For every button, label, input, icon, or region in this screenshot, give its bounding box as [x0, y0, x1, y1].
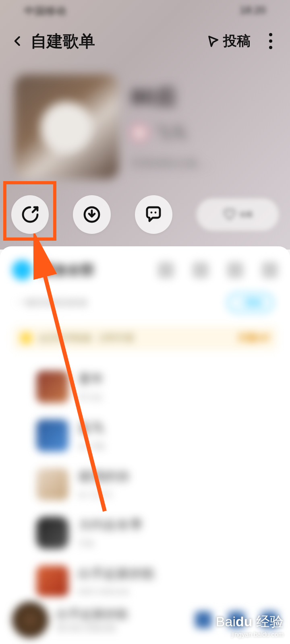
dot-icon [269, 33, 272, 36]
dot-icon [269, 39, 272, 43]
sort-icon[interactable] [193, 262, 209, 278]
song-title: 大约在冬季 [78, 516, 143, 534]
vip-badge-icon [20, 332, 32, 344]
author-name: 飞鸟 [154, 122, 186, 144]
song-list: 童年 罗大佑 蓝鸟 ★ 许巍 倔强的你 ★ 五月天 [0, 359, 290, 609]
submit-label: 投稿 [223, 32, 251, 50]
list-item[interactable]: 蓝鸟 ★ 许巍 [0, 411, 290, 460]
watermark: Baidu 经验 jingyan.baidu.com [216, 613, 284, 638]
watermark-url: jingyan.baidu.com [216, 631, 284, 638]
play-all-label: 播放全部 [39, 261, 94, 279]
list-item[interactable]: 倔强的你 ★ 五月天 [0, 460, 290, 508]
mini-player-subtitle: 第15首·经典合辑 [56, 623, 129, 634]
suggest-add-button[interactable]: + 添加 [228, 293, 273, 312]
playlist-author[interactable]: 飞鸟 [131, 122, 210, 144]
promo-banner[interactable]: 会员专享歌曲 立即开通 开通VIP [13, 326, 277, 350]
play-triangle-icon [206, 34, 220, 48]
download-button[interactable] [73, 195, 110, 234]
chevron-left-icon [12, 35, 24, 47]
song-title: 蓝鸟 [78, 419, 105, 437]
playlist-desc: 经典老歌合集… [131, 156, 210, 171]
mini-player-art [12, 602, 48, 638]
header: 自建歌单 投稿 [0, 25, 290, 57]
svg-point-1 [151, 212, 153, 214]
promo-cta: 开通VIP [238, 332, 270, 344]
heart-icon [223, 208, 236, 221]
suggest-row: 一键添加相似歌曲 + 添加 [0, 280, 290, 317]
song-art [36, 419, 68, 452]
song-subtitle: ★ 五月天 [78, 489, 130, 500]
content-panel: 播放全部 一键添加相似歌曲 + 添加 会员专享歌曲 立即开通 开通VIP 童年 … [0, 246, 290, 644]
svg-point-2 [155, 212, 157, 214]
list-item[interactable]: 大约在冬季 齐秦 [0, 508, 290, 557]
submit-button[interactable]: 投稿 [206, 32, 251, 50]
share-icon [21, 205, 40, 224]
playlist-title: 80后 [131, 83, 210, 112]
comment-button[interactable] [135, 195, 172, 234]
page-title: 自建歌单 [31, 30, 95, 52]
song-art [36, 371, 68, 403]
song-title: 童年 [78, 370, 104, 388]
playlist-info: 80后 飞鸟 经典老歌合集… [14, 74, 274, 179]
song-subtitle: ★ 许巍 [78, 441, 105, 452]
share-button[interactable] [11, 195, 49, 234]
status-carrier: 中国移动 [24, 4, 66, 24]
watermark-brand: Baidu 经验 [216, 613, 284, 631]
promo-text-b: 立即开通 [98, 332, 134, 344]
mini-player-title: 白手起家的歌 [56, 606, 129, 623]
song-title: 白手起家的歌 [78, 565, 155, 583]
promo-text-a: 会员专享歌曲 [39, 332, 92, 344]
author-avatar [131, 124, 148, 141]
playlist-cover[interactable] [14, 74, 119, 179]
more-button[interactable] [263, 32, 279, 50]
song-art [36, 468, 68, 500]
status-time: 18:20 [240, 4, 266, 24]
status-bar: 中国移动 18:20 [0, 4, 290, 24]
song-art [36, 566, 68, 598]
multiselect-icon[interactable] [227, 262, 243, 278]
comment-icon [144, 205, 163, 224]
play-all-button[interactable] [12, 260, 32, 280]
suggest-hint: 一键添加相似歌曲 [17, 297, 88, 309]
like-button[interactable]: 收藏 [197, 198, 279, 231]
dot-icon [269, 46, 272, 49]
list-header: 播放全部 [0, 256, 290, 280]
menu-icon[interactable] [262, 262, 278, 278]
search-icon[interactable] [158, 262, 174, 278]
song-subtitle: 齐秦 [78, 538, 143, 549]
like-label: 收藏 [240, 211, 253, 219]
mini-player-play-icon[interactable] [195, 611, 212, 628]
back-button[interactable] [9, 32, 27, 50]
download-icon [82, 205, 102, 224]
list-item[interactable]: 童年 罗大佑 [0, 362, 290, 411]
song-art [36, 517, 68, 549]
action-row: 收藏 [11, 192, 279, 237]
song-title: 倔强的你 [78, 468, 130, 485]
song-subtitle: 罗大佑 [78, 392, 104, 403]
